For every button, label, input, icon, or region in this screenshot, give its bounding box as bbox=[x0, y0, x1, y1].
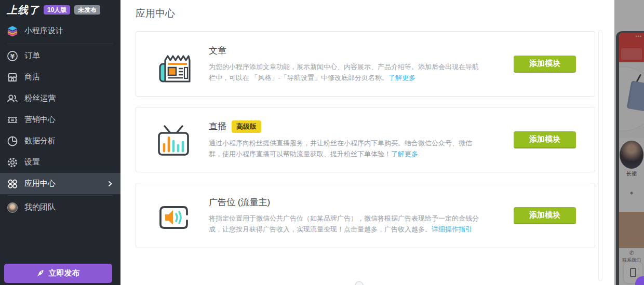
sidebar-item-label: 商店 bbox=[24, 72, 40, 82]
sidebar-item-label: 订单 bbox=[24, 51, 40, 61]
hidden-widget-peek bbox=[355, 281, 364, 285]
layers-icon bbox=[7, 25, 18, 36]
yen-circle-icon: ¥ bbox=[7, 50, 18, 62]
sidebar-item-settings[interactable]: 设置 bbox=[0, 152, 120, 173]
version-badge: 10人版 bbox=[44, 5, 70, 15]
learn-more-link[interactable]: 了解更多 bbox=[388, 74, 415, 82]
sidebar-item-marketing[interactable]: 营销中心 bbox=[0, 109, 120, 130]
sidebar-item-app-center[interactable]: 应用中心 bbox=[0, 173, 120, 194]
scrollbar-track[interactable] bbox=[598, 30, 602, 281]
sidebar-item-orders[interactable]: ¥ 订单 bbox=[0, 45, 120, 66]
sidebar-item-label: 我的团队 bbox=[24, 202, 56, 212]
app-card-article: 文章 为您的小程序添加文章功能，展示新闻中心、内容展示、产品介绍等。添加后会出现… bbox=[136, 31, 595, 97]
sidebar-item-label: 小程序设计 bbox=[24, 26, 63, 36]
card-body: 文章 为您的小程序添加文章功能，展示新闻中心、内容展示、产品介绍等。添加后会出现… bbox=[209, 45, 485, 83]
sidebar-divider bbox=[8, 195, 113, 196]
card-description: 通过小程序向粉丝提供直播服务，并让粉丝在小程序内下单购买。结合微信公众号、微信群… bbox=[209, 138, 485, 159]
card-desc-text: 通过小程序向粉丝提供直播服务，并让粉丝在小程序内下单购买。结合微信公众号、微信群… bbox=[209, 139, 472, 158]
sidebar-item-fans[interactable]: 粉丝运营 bbox=[0, 88, 120, 109]
card-title: 直播 bbox=[209, 120, 226, 132]
app-card-ad: 广告位 (流量主) 将指定位置用于微信公共广告位（如某品牌广告），微信将根据广告… bbox=[136, 183, 595, 248]
phone-preview-panel: ••• 长裙 ◆ ✆ 联系我们 bbox=[614, 0, 644, 285]
sidebar-item-team[interactable]: 我的团队 bbox=[0, 197, 120, 218]
status-badge: 未发布 bbox=[74, 5, 100, 15]
team-avatar bbox=[7, 202, 18, 213]
sidebar-item-label: 营销中心 bbox=[24, 115, 56, 125]
page-title: 应用中心 bbox=[136, 7, 595, 20]
premium-badge: 高级版 bbox=[232, 120, 261, 133]
app-card-live: 直播 高级版 通过小程序向粉丝提供直播服务，并让粉丝在小程序内下单购买。结合微信… bbox=[136, 107, 595, 172]
sidebar-item-design[interactable]: 小程序设计 bbox=[0, 19, 120, 43]
sidebar-item-label: 应用中心 bbox=[24, 179, 56, 188]
sidebar-item-analytics[interactable]: 数据分析 bbox=[0, 130, 120, 152]
chevron-right-icon bbox=[107, 181, 113, 187]
card-desc-text: 为您的小程序添加文章功能，展示新闻中心、内容展示、产品介绍等。添加后会出现在导航… bbox=[209, 63, 479, 82]
card-description: 为您的小程序添加文章功能，展示新闻中心、内容展示、产品介绍等。添加后会出现在导航… bbox=[209, 61, 485, 83]
card-title: 广告位 (流量主) bbox=[209, 196, 270, 208]
sidebar-divider bbox=[8, 44, 113, 44]
ad-speaker-icon bbox=[153, 195, 194, 236]
card-description: 将指定位置用于微信公共广告位（如某品牌广告），微信将根据广告表现给予一定的金钱分… bbox=[209, 213, 485, 235]
card-title: 文章 bbox=[209, 45, 226, 57]
gear-icon bbox=[7, 157, 18, 168]
rocket-icon bbox=[37, 269, 45, 278]
main-content: 应用中心 文章 为您的小程序添加文章功能，展示新闻中心、内容展示、产品介绍等。添… bbox=[120, 0, 614, 285]
people-icon bbox=[7, 93, 18, 104]
app-logo: 上线了 bbox=[7, 3, 39, 17]
sidebar-item-shop[interactable]: 商店 bbox=[0, 66, 120, 88]
learn-more-link[interactable]: 了解更多 bbox=[391, 150, 418, 158]
add-module-button[interactable]: 添加模块 bbox=[514, 131, 576, 148]
logo-row: 上线了 10人版 未发布 bbox=[0, 0, 120, 19]
add-module-button[interactable]: 添加模块 bbox=[514, 56, 576, 73]
publish-label: 立即发布 bbox=[49, 268, 80, 278]
pie-chart-icon bbox=[7, 135, 18, 147]
grid-icon bbox=[7, 178, 18, 189]
add-module-button[interactable]: 添加模块 bbox=[514, 207, 576, 224]
newspaper-icon bbox=[153, 43, 194, 85]
card-body: 广告位 (流量主) 将指定位置用于微信公共广告位（如某品牌广告），微信将根据广告… bbox=[209, 196, 485, 235]
sidebar-item-label: 设置 bbox=[24, 157, 40, 167]
live-tv-icon bbox=[153, 119, 194, 160]
sidebar: 上线了 10人版 未发布 小程序设计 ¥ 订单 bbox=[0, 0, 120, 285]
detail-guide-link[interactable]: 详细操作指引 bbox=[432, 225, 472, 233]
svg-text:¥: ¥ bbox=[10, 52, 15, 60]
dim-overlay bbox=[614, 0, 644, 285]
sidebar-item-label: 粉丝运营 bbox=[24, 93, 56, 103]
storefront-icon bbox=[7, 72, 18, 83]
sidebar-item-label: 数据分析 bbox=[24, 136, 56, 146]
publish-now-button[interactable]: 立即发布 bbox=[4, 264, 112, 283]
card-body: 直播 高级版 通过小程序向粉丝提供直播服务，并让粉丝在小程序内下单购买。结合微信… bbox=[209, 120, 485, 159]
ticket-icon bbox=[7, 114, 18, 126]
